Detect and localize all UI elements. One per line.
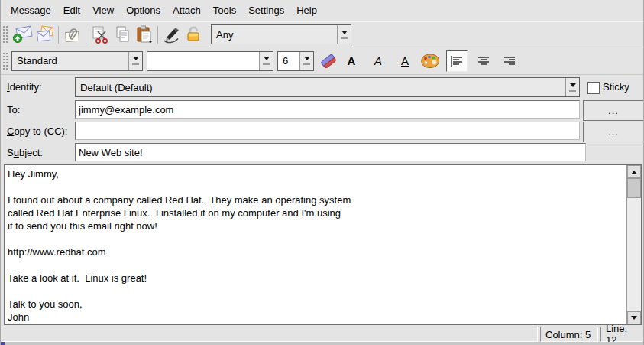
menu-view[interactable]: View <box>86 2 120 19</box>
status-line: Line: 12 <box>600 327 642 342</box>
chevron-down-icon[interactable] <box>128 52 142 70</box>
font-size-combo[interactable]: 6 <box>277 51 314 71</box>
subject-label: Subject: <box>7 147 43 158</box>
menu-options[interactable]: Options <box>120 2 167 19</box>
underline-button[interactable]: A <box>395 51 415 71</box>
copy-icon <box>113 25 131 44</box>
align-center-icon <box>477 54 490 68</box>
attach-file-button[interactable] <box>61 24 83 45</box>
menu-attach[interactable]: Attach <box>167 2 207 19</box>
status-column: Column: 5 <box>540 327 598 342</box>
sticky-checkbox[interactable] <box>587 82 600 94</box>
align-left-button[interactable] <box>446 50 468 72</box>
crypto-format-combo[interactable]: Any <box>211 24 351 44</box>
window-corner-accent <box>1 342 5 345</box>
chevron-down-icon <box>631 316 637 323</box>
menu-edit[interactable]: Edit <box>57 2 86 19</box>
menu-tools[interactable]: Tools <box>207 2 242 19</box>
cc-label: Copy to (CC): <box>7 125 67 137</box>
toolbar-drag-handle[interactable] <box>2 25 9 44</box>
identity-label: Identity: <box>7 81 42 93</box>
to-address-browse-button[interactable]: ... <box>583 100 644 121</box>
align-right-button[interactable] <box>500 51 519 71</box>
scrollbar-thumb[interactable] <box>627 178 641 198</box>
editor-scrollbar[interactable] <box>626 165 641 324</box>
format-toolbar: Standard 6 A A A <box>1 47 643 75</box>
encrypt-icon <box>185 25 203 44</box>
to-input[interactable] <box>75 100 580 119</box>
cc-input[interactable] <box>75 122 580 140</box>
paste-button[interactable] <box>133 24 155 45</box>
remove-formatting-button[interactable] <box>319 51 338 71</box>
send-icon <box>13 25 33 44</box>
italic-icon: A <box>374 54 382 67</box>
chevron-down-icon[interactable] <box>299 52 313 70</box>
cut-icon <box>90 25 110 44</box>
toolbar-separator <box>157 26 158 44</box>
chevron-down-icon[interactable] <box>565 78 579 96</box>
status-bar: Column: 5 Line: 12 <box>2 327 642 342</box>
bold-icon: A <box>348 54 356 67</box>
kmail-composer-window: Message Edit View Options Attach Tools S… <box>0 0 644 345</box>
align-right-icon <box>503 54 516 68</box>
chevron-down-icon[interactable] <box>259 52 273 70</box>
status-message-panel <box>2 327 538 342</box>
to-label: To: <box>7 104 20 116</box>
bold-button[interactable]: A <box>341 51 361 71</box>
encrypt-message-button[interactable] <box>183 24 205 45</box>
paste-icon <box>134 24 154 44</box>
cc-address-browse-button[interactable]: ... <box>583 122 644 142</box>
menu-settings[interactable]: Settings <box>242 2 290 19</box>
scroll-up-button[interactable] <box>627 165 641 178</box>
toolbar-separator <box>86 26 86 44</box>
send-later-button[interactable] <box>34 24 56 45</box>
font-family-combo[interactable] <box>147 51 273 71</box>
sticky-label: Sticky <box>603 81 629 93</box>
italic-button[interactable]: A <box>368 51 388 71</box>
message-body[interactable]: Hey Jimmy, I found out about a company c… <box>5 165 627 324</box>
chevron-up-icon <box>631 168 637 174</box>
text-color-button[interactable] <box>420 51 440 71</box>
toolbar-separator <box>58 26 59 44</box>
menu-help[interactable]: Help <box>290 2 323 19</box>
window-bottom-border <box>1 342 643 345</box>
send-queue-icon <box>35 25 55 44</box>
align-left-icon <box>450 54 464 68</box>
toolbar-drag-handle[interactable] <box>2 52 9 70</box>
subject-input[interactable] <box>75 143 586 161</box>
crypto-format-value: Any <box>216 29 233 41</box>
identity-value: Default (Default) <box>80 82 153 93</box>
message-editor: Hey Jimmy, I found out about a company c… <box>4 164 642 325</box>
sign-message-button[interactable] <box>160 24 183 45</box>
text-color-icon <box>419 52 441 70</box>
identity-combo[interactable]: Default (Default) <box>75 77 580 97</box>
font-size-value: 6 <box>283 55 288 67</box>
cut-button[interactable] <box>89 24 111 45</box>
menu-message[interactable]: Message <box>5 2 57 19</box>
main-toolbar: Any <box>1 21 643 47</box>
attach-icon <box>63 25 82 44</box>
underline-icon: A <box>401 54 409 67</box>
paragraph-style-combo[interactable]: Standard <box>11 51 143 71</box>
eraser-icon <box>319 51 338 71</box>
align-center-button[interactable] <box>474 51 494 71</box>
send-button[interactable] <box>11 24 34 45</box>
menu-bar: Message Edit View Options Attach Tools S… <box>1 0 643 21</box>
chevron-down-icon[interactable] <box>337 25 351 44</box>
paragraph-style-value: Standard <box>17 55 57 67</box>
copy-button[interactable] <box>111 24 133 45</box>
sign-icon <box>162 25 182 44</box>
